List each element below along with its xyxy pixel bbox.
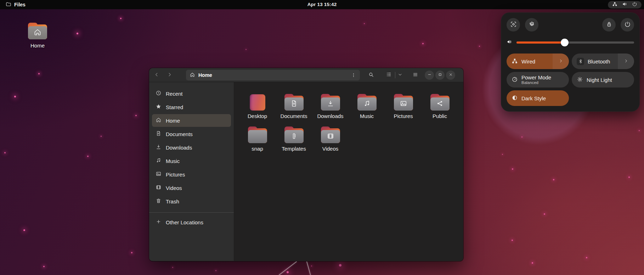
download-icon [327, 100, 334, 109]
screenshot-button[interactable] [507, 18, 520, 32]
star-dot [172, 267, 173, 268]
share-icon [436, 100, 444, 109]
back-button[interactable] [151, 70, 162, 80]
file-grid[interactable]: Desktop Documents Downloads Music [234, 82, 463, 261]
desktop-icon-home[interactable]: Home [21, 23, 55, 49]
file-item-public[interactable]: Public [422, 94, 458, 119]
star-dot [215, 270, 216, 271]
minimize-button[interactable] [425, 71, 434, 80]
file-item-videos[interactable]: Videos [312, 127, 349, 152]
file-item-label: snap [252, 146, 263, 152]
main-menu-button[interactable] [410, 70, 420, 80]
minimize-icon [427, 72, 432, 78]
sidebar-item-label: Home [166, 118, 180, 124]
sidebar-item-recent[interactable]: Recent [152, 87, 231, 100]
file-item-snap[interactable]: snap [239, 127, 276, 152]
power-button[interactable] [621, 18, 634, 32]
view-options-dropdown[interactable] [395, 70, 405, 80]
close-button[interactable] [446, 71, 455, 80]
app-menu-files[interactable]: Files [3, 1, 28, 9]
speaker-icon [622, 1, 627, 8]
sidebar-item-pictures[interactable]: Pictures [152, 168, 231, 181]
window-body: Recent Starred Home Documents Downloads … [149, 82, 463, 261]
toggle-power-mode[interactable]: Power Mode Balanced [507, 72, 569, 88]
settings-button[interactable] [525, 18, 538, 32]
file-item-music[interactable]: Music [349, 94, 385, 119]
quick-settings-panel: Wired Bluetooth Power Mode Balanced Nigh… [501, 12, 640, 112]
sidebar-item-downloads[interactable]: Downloads [152, 141, 231, 154]
sidebar-item-label: Downloads [166, 145, 192, 151]
current-location: Home [198, 72, 212, 78]
sun-icon [577, 76, 583, 84]
folder-icon [320, 127, 341, 144]
star-dot [422, 43, 424, 44]
star-dot [43, 266, 45, 267]
maximize-icon [438, 72, 442, 78]
toggle-expand-arrow[interactable] [618, 54, 634, 69]
sidebar-item-starred[interactable]: Starred [152, 101, 231, 113]
system-tray[interactable] [608, 1, 642, 9]
chevron-right-icon [166, 72, 173, 79]
star-dot [512, 240, 513, 241]
power-icon [624, 21, 631, 29]
camera-icon [510, 21, 517, 29]
forward-button[interactable] [164, 70, 175, 80]
sidebar-item-videos[interactable]: Videos [152, 181, 231, 194]
lock-button[interactable] [602, 18, 616, 32]
file-item-label: Music [360, 113, 374, 119]
file-item-downloads[interactable]: Downloads [312, 94, 349, 119]
star-dot [311, 265, 312, 266]
lock-icon [606, 21, 612, 29]
folder-icon [320, 94, 341, 111]
sidebar: Recent Starred Home Documents Downloads … [149, 82, 234, 261]
star-dot [4, 152, 6, 153]
gauge-icon [512, 76, 518, 84]
star-dot [544, 213, 545, 215]
chevron-down-icon [397, 72, 403, 79]
search-button[interactable] [366, 70, 376, 80]
folder-icon [247, 127, 268, 144]
toggle-subtitle: Balanced [521, 80, 551, 85]
sidebar-item-home[interactable]: Home [152, 114, 231, 127]
sidebar-item-documents[interactable]: Documents [152, 128, 231, 140]
star-dot [77, 33, 78, 34]
image-icon [400, 100, 407, 109]
path-bar[interactable]: Home [186, 70, 360, 80]
sidebar-item-trash[interactable]: Trash [152, 195, 231, 208]
document-icon [156, 130, 162, 138]
toggle-expand-arrow[interactable] [553, 54, 569, 69]
download-icon [156, 144, 162, 151]
sidebar-item-other-locations[interactable]: Other Locations [152, 216, 231, 229]
file-item-desktop[interactable]: Desktop [239, 94, 276, 119]
star-dot [101, 136, 102, 137]
folder-icon [284, 127, 304, 144]
star-dot [364, 23, 365, 24]
star-dot [502, 154, 503, 155]
toggle-label: Night Light [587, 77, 612, 83]
file-item-templates[interactable]: Templates [276, 127, 312, 152]
music-icon [156, 157, 162, 164]
location-menu-button[interactable] [351, 72, 356, 78]
star-icon [156, 103, 162, 111]
toggle-dark-style[interactable]: Dark Style [507, 90, 569, 106]
file-item-documents[interactable]: Documents [276, 94, 312, 119]
chevron-right-icon [623, 58, 628, 64]
template-icon [290, 132, 298, 141]
sidebar-item-label: Videos [166, 185, 182, 191]
titlebar[interactable]: Home [149, 68, 463, 82]
sidebar-item-music[interactable]: Music [152, 155, 231, 167]
toggle-night-light[interactable]: Night Light [572, 72, 634, 88]
trash-icon [156, 198, 162, 205]
volume-slider[interactable] [516, 41, 634, 44]
star-dot [23, 229, 25, 231]
toggle-wired[interactable]: Wired [507, 54, 569, 69]
app-menu-label: Files [14, 2, 26, 7]
sidebar-item-label: Pictures [166, 172, 185, 178]
toggle-bluetooth[interactable]: Bluetooth [572, 54, 634, 69]
maximize-button[interactable] [435, 71, 445, 80]
file-item-pictures[interactable]: Pictures [385, 94, 422, 119]
clock[interactable]: Apr 13 15:42 [304, 1, 340, 9]
volume-slider-knob[interactable] [561, 39, 569, 46]
list-view-button[interactable] [383, 70, 395, 80]
recent-icon [156, 90, 162, 97]
